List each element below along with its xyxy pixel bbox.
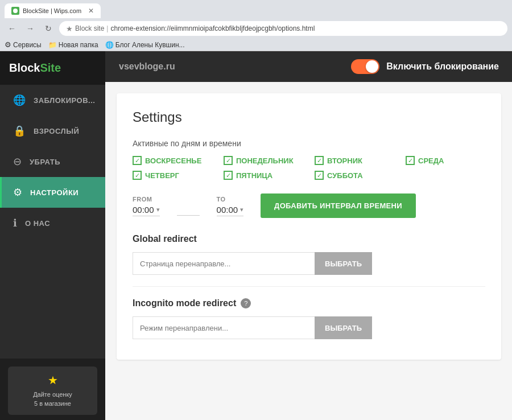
active-tab[interactable]: BlockSite | Wips.com ✕ [5,3,101,18]
wednesday-checkbox[interactable]: ✓ [406,156,415,165]
days-grid: ✓ ВОСКРЕСЕНЬЕ ✓ ПОНЕДЕЛЬНИК ✓ ВТОРНИК [133,156,485,180]
section-divider [133,286,485,287]
incognito-redirect-row: ВЫБРАТЬ [133,316,485,339]
friday-label: ПЯТНИЦА [236,171,272,180]
main-area: vsevbloge.ru Включить блокирование Setti… [105,51,512,420]
rate-card[interactable]: ★ Дайте оценку 5 в магазине [8,367,97,415]
bookmark-folder[interactable]: 📁 Новая папка [48,41,98,49]
minus-circle-icon: ⊖ [13,155,22,168]
time-separator [177,215,200,216]
info-icon: ℹ [13,217,17,229]
settings-panel: Settings Активные по дням и времени ✓ ВО… [117,93,501,360]
settings-label: НАСТРОЙКИ [30,188,79,197]
lock-icon: 🔒 [13,125,26,137]
days-section-label: Активные по дням и времени [133,139,485,148]
day-monday[interactable]: ✓ ПОНЕДЕЛЬНИК [224,156,303,165]
thursday-checkbox[interactable]: ✓ [133,171,142,180]
sidebar-item-blocked[interactable]: 🌐 ЗАБЛОКИРОВ... [0,85,105,116]
day-sunday[interactable]: ✓ ВОСКРЕСЕНЬЕ [133,156,212,165]
watermark-text: vsevbloge.ru [119,61,175,72]
day-friday[interactable]: ✓ ПЯТНИЦА [224,171,303,180]
back-btn[interactable]: ← [5,21,19,36]
settings-title: Settings [133,109,485,125]
from-select[interactable]: 00:00 ▾ [133,205,160,216]
monday-label: ПОНЕДЕЛЬНИК [236,157,294,165]
tab-favicon [11,7,19,15]
sunday-checkbox[interactable]: ✓ [133,156,142,165]
app-logo: BlockSite [9,61,61,75]
incognito-select-btn[interactable]: ВЫБРАТЬ [315,316,372,339]
days-row-2: ✓ ЧЕТВЕРГ ✓ ПЯТНИЦА ✓ СУББОТА [133,171,485,180]
global-redirect-section: Global redirect ВЫБРАТЬ [133,234,485,275]
add-interval-button[interactable]: ДОБАВИТЬ ИНТЕРВАЛ ВРЕМЕНИ [261,193,416,218]
sidebar-item-settings[interactable]: ⚙ НАСТРОЙКИ [0,177,105,208]
address-url: chrome-extension://eiimmnmioipafcokbfikb… [110,24,315,32]
global-redirect-select-btn[interactable]: ВЫБРАТЬ [315,252,372,275]
to-group: TO 00:00 ▾ [217,196,244,216]
from-chevron-icon: ▾ [156,206,160,213]
tab-bar: BlockSite | Wips.com ✕ [0,0,512,18]
global-redirect-row: ВЫБРАТЬ [133,252,485,275]
address-input[interactable]: ★ Block site | chrome-extension://eiimmn… [59,21,507,36]
days-row-1: ✓ ВОСКРЕСЕНЬЕ ✓ ПОНЕДЕЛЬНИК ✓ ВТОРНИК [133,156,485,165]
main-content: Settings Активные по дням и времени ✓ ВО… [105,82,512,420]
app-header: vsevbloge.ru Включить блокирование [105,51,512,82]
tuesday-checkbox[interactable]: ✓ [315,156,324,165]
bookmark-folder-icon: 📁 [48,41,57,49]
sidebar-item-adult[interactable]: 🔒 ВЗРОСЛЫЙ [0,116,105,146]
sidebar-footer: ★ Дайте оценку 5 в магазине [0,359,105,420]
about-label: О НАС [25,219,50,228]
address-separator: | [106,24,108,32]
bookmark-star-icon: ★ [66,24,73,33]
to-chevron-icon: ▾ [240,206,243,213]
wednesday-label: СРЕДА [418,157,444,165]
tab-title: BlockSite | Wips.com [23,7,81,14]
address-prefix: Block site [75,24,104,32]
incognito-help-icon[interactable]: ? [241,298,251,308]
address-bar-row: ← → ↻ ★ Block site | chrome-extension://… [0,18,512,39]
rate-text-line1: Дайте оценку [14,390,92,399]
logo-site: Site [40,61,61,74]
forward-btn[interactable]: → [23,21,38,36]
sidebar-item-about[interactable]: ℹ О НАС [0,208,105,238]
bookmark-services-icon: ⚙ [5,40,11,49]
day-thursday[interactable]: ✓ ЧЕТВЕРГ [133,171,212,180]
sunday-label: ВОСКРЕСЕНЬЕ [145,157,201,165]
bookmark-services-label: Сервисы [13,41,42,49]
monday-checkbox[interactable]: ✓ [224,156,233,165]
to-value: 00:00 [217,205,238,215]
remove-label: УБРАТЬ [30,158,60,166]
day-tuesday[interactable]: ✓ ВТОРНИК [315,156,394,165]
friday-checkbox[interactable]: ✓ [224,171,233,180]
blocking-toggle[interactable] [351,59,379,74]
bookmark-services[interactable]: ⚙ Сервисы [5,40,42,49]
time-row: FROM 00:00 ▾ TO 00:00 ▾ ДО [133,193,485,218]
reload-btn[interactable]: ↻ [41,21,56,36]
blocked-label: ЗАБЛОКИРОВ... [34,96,95,105]
from-label: FROM [133,196,160,203]
sidebar: BlockSite 🌐 ЗАБЛОКИРОВ... 🔒 ВЗРОСЛЫЙ ⊖ У… [0,51,105,420]
sidebar-item-remove[interactable]: ⊖ УБРАТЬ [0,146,105,177]
to-select[interactable]: 00:00 ▾ [217,205,244,216]
toggle-label: Включить блокирование [386,61,499,72]
bookmarks-bar: ⚙ Сервисы 📁 Новая папка 🌐 Блог Алены Кув… [0,39,512,51]
incognito-redirect-section: Incognito mode redirect ? ВЫБРАТЬ [133,298,485,339]
incognito-header: Incognito mode redirect ? [133,298,485,308]
browser-chrome: BlockSite | Wips.com ✕ ← → ↻ ★ Block sit… [0,0,512,51]
global-redirect-input[interactable] [133,252,315,275]
day-saturday[interactable]: ✓ СУББОТА [315,171,394,180]
day-wednesday[interactable]: ✓ СРЕДА [406,156,485,165]
bookmark-blog[interactable]: 🌐 Блог Алены Кувшин... [105,41,185,49]
sidebar-nav: 🌐 ЗАБЛОКИРОВ... 🔒 ВЗРОСЛЫЙ ⊖ УБРАТЬ ⚙ НА… [0,85,105,359]
to-label: TO [217,196,244,203]
rate-text-line2: 5 в магазине [14,400,92,408]
tab-close-btn[interactable]: ✕ [88,7,94,15]
from-group: FROM 00:00 ▾ [133,196,160,216]
saturday-checkbox[interactable]: ✓ [315,171,324,180]
incognito-title: Incognito mode redirect [133,298,236,308]
header-toggle-area: Включить блокирование [351,59,499,74]
bookmark-blog-icon: 🌐 [105,41,114,49]
globe-icon: 🌐 [13,94,26,106]
app-container: BlockSite 🌐 ЗАБЛОКИРОВ... 🔒 ВЗРОСЛЫЙ ⊖ У… [0,51,512,420]
incognito-redirect-input[interactable] [133,316,315,339]
